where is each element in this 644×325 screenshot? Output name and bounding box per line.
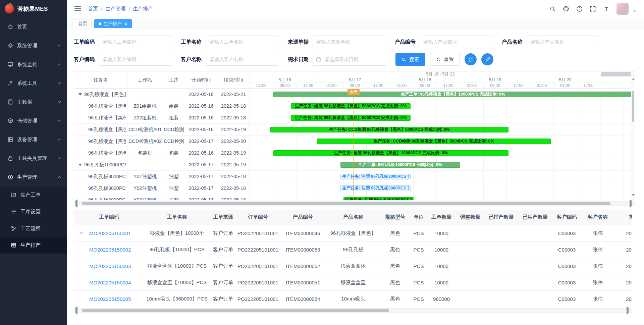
fullscreen-icon[interactable] — [590, 6, 596, 12]
breadcrumb-item[interactable]: 生产排产 — [133, 6, 153, 12]
sidebar-item-7[interactable]: 工装夹具管理 — [0, 149, 67, 168]
task-station-cell: Y02注塑机 — [127, 182, 163, 194]
sidebar-subitem-0[interactable]: 生产工单 — [0, 186, 67, 203]
work-order-link[interactable]: MO202205150003 — [89, 263, 131, 269]
edit-button[interactable] — [481, 53, 493, 65]
text-input[interactable] — [206, 53, 279, 66]
gantt-task-row[interactable]: 96孔孔板3000PCSY02注塑机注塑2022-05-172022-05-18 — [74, 182, 250, 194]
work-order-link[interactable]: MO202205150004 — [89, 280, 131, 285]
tab-0[interactable]: 首页 — [74, 19, 92, 28]
task-process-cell: 组装 — [163, 100, 185, 112]
gantt-bar[interactable]: 生产任务: 组装 96孔移液盒【黑色】5000PCS 完成比例: 0% — [291, 103, 411, 109]
scroll-left-arrow-icon[interactable] — [74, 201, 79, 207]
search-icon[interactable] — [549, 6, 556, 12]
avatar[interactable] — [616, 3, 629, 15]
collapse-caret-icon[interactable] — [78, 93, 82, 97]
help-icon[interactable]: ? — [576, 6, 583, 12]
text-input[interactable] — [420, 36, 493, 48]
gantt-bar[interactable]: 生产任务: CCD检测 96孔移液盒【黑色】5000PCS 完成比例: 0% — [317, 139, 551, 144]
gantt-vertical-scrollbar[interactable] — [631, 71, 635, 200]
gantt-task-row[interactable]: 96孔孔板3000PCSY01注塑机注塑2022-05-172022-05-18 — [74, 171, 250, 182]
gantt-task-row[interactable]: 96孔移液盒【黑色】10000PCS包装机包装2022-05-162022-05… — [74, 147, 250, 159]
orders-cell — [485, 225, 518, 241]
sidebar-item-2[interactable]: 系统监控 — [0, 55, 67, 74]
gantt-hscroll-track[interactable] — [79, 202, 630, 205]
sidebar-item-3[interactable]: 系统工具 — [0, 74, 67, 93]
logo[interactable]: 苦糖果MES — [0, 0, 67, 17]
gantt-hscroll-thumb[interactable] — [82, 202, 610, 205]
sidebar-item-5[interactable]: 仓储管理 — [0, 111, 67, 130]
task-start-cell: 2022-05-16 — [185, 124, 217, 135]
gantt-horizontal-scrollbar[interactable] — [74, 201, 635, 206]
scroll-left-arrow-icon[interactable] — [74, 308, 79, 314]
svg-text:?: ? — [579, 7, 581, 11]
sidebar-subitem-1[interactable]: 工序设置 — [0, 203, 67, 220]
orders-hscroll-thumb[interactable] — [82, 309, 388, 312]
gantt-task-row[interactable]: 96孔移液盒【黑色】5000PCSZ01组装机组装2022-05-162022-… — [74, 100, 250, 112]
tab-label: 首页 — [78, 21, 87, 27]
table-row[interactable]: MO20220515000296孔孔板【10000】PCS客户订单PO20220… — [74, 241, 632, 258]
work-order-link[interactable]: MO202205150001 — [89, 230, 131, 236]
sidebar-item-8[interactable]: 生产管理 — [0, 168, 67, 186]
table-row[interactable]: MO20220515000510mm吸头【960000】PCS客户订单PO202… — [74, 291, 632, 307]
table-row[interactable]: MO202205150004移液盒盒盖【10000】PCS客户订单PO20220… — [74, 274, 632, 291]
breadcrumb-item[interactable]: 首页 — [88, 6, 98, 12]
table-row[interactable]: MO202205150001移液盒【黑色】10000个客户订单PO2022051… — [74, 225, 632, 241]
work-order-link[interactable]: MO202205150002 — [89, 247, 131, 253]
input-wrap — [313, 36, 386, 48]
orders-cell: 客户订单 — [210, 291, 236, 307]
gantt-bar[interactable]: 生产工单: 96孔孔板10000PCS 完成比例: 0% — [340, 162, 460, 168]
sidebar-subitem-3[interactable]: 生产排产 — [0, 237, 67, 254]
scroll-down-arrow-icon[interactable] — [632, 196, 635, 199]
tab-1[interactable]: 生产排产× — [94, 19, 132, 28]
gantt-bar[interactable]: 生产任务: 组装 96孔移液盒【黑色】5000PCS 完成比例: 0% — [291, 115, 411, 121]
expand-row-icon[interactable] — [79, 231, 84, 236]
github-icon[interactable] — [563, 6, 569, 12]
filter-label: 工单名称 — [181, 39, 202, 46]
gantt-vscroll-thumb[interactable] — [632, 91, 634, 122]
font-size-icon[interactable]: T — [603, 6, 609, 12]
breadcrumb-item[interactable]: 生产管理 — [105, 6, 125, 12]
gantt-bar[interactable]: 生产工单: 96孔移液盒【黑色】10000PCS 完成比例: 0% — [273, 92, 631, 97]
orders-horizontal-scrollbar[interactable] — [74, 308, 632, 313]
text-input[interactable] — [527, 36, 600, 48]
orders-cell: MO202205150001 — [74, 225, 144, 241]
scroll-up-arrow-icon[interactable] — [632, 72, 635, 75]
reset-button[interactable]: 重置 — [430, 53, 460, 66]
close-icon[interactable]: × — [124, 21, 127, 26]
table-row[interactable]: MO202205150003移液盒盒体【10000】PCS客户订单PO20220… — [74, 258, 632, 274]
sidebar-item-4[interactable]: 主数据 — [0, 93, 67, 111]
hamburger-icon[interactable] — [74, 6, 81, 11]
gantt-bar[interactable]: 生产任务: 注塑 96孔孔板3000PCS 完成比例: 0% — [340, 174, 411, 179]
gantt-grid-header: 任务名工作站工序开始时间结束时间 — [74, 71, 250, 89]
chevron-down-icon[interactable] — [632, 9, 637, 13]
input-wrap — [420, 36, 493, 48]
work-order-link[interactable]: MO202205150005 — [89, 296, 131, 302]
sidebar-item-6[interactable]: 设备管理 — [0, 130, 67, 149]
collapse-caret-icon[interactable] — [78, 164, 82, 168]
search-button[interactable]: 搜索 — [395, 53, 425, 66]
scroll-right-arrow-icon[interactable] — [627, 308, 632, 314]
orders-cell — [456, 274, 485, 290]
gantt-task-row[interactable]: 96孔移液盒【黑色】5000PCSCCD检测机#02CCD检测2022-05-1… — [74, 136, 250, 147]
orders-hscroll-track[interactable] — [79, 309, 627, 312]
sidebar-item-1[interactable]: 系统管理 — [0, 36, 67, 55]
text-input[interactable] — [99, 53, 172, 66]
text-input[interactable] — [313, 36, 386, 48]
gantt-task-row[interactable]: 96孔孔板10000PCS2022-05-172022-05-19 — [74, 159, 250, 171]
gantt-bar[interactable]: 生产任务: 包装 96孔移液盒【黑色】10000PCS 完成比例: 0% — [273, 150, 508, 156]
text-input[interactable] — [99, 36, 172, 48]
gantt-task-row[interactable]: 96孔移液盒【黑色】5000PCSZ02组装机组装2022-05-162022-… — [74, 112, 250, 124]
orders-cell: 2022-05-20 — [614, 258, 632, 274]
sidebar-item-0[interactable]: 首页 — [0, 17, 67, 36]
gantt-task-row[interactable]: 96孔移液盒【黑色】10000PCS2022-05-162022-05-21 — [74, 89, 250, 100]
sidebar-subitem-2[interactable]: 工艺流程 — [0, 220, 67, 237]
gantt-task-row[interactable]: 96孔孔板3000PCSY03注塑机注塑2022-05-172022-05-18 — [74, 194, 250, 200]
gantt-bar[interactable]: 生产任务: 注塑 96孔孔板3000PCS 完成比例: 0% — [340, 185, 411, 191]
sync-button[interactable] — [465, 53, 477, 65]
text-input[interactable] — [206, 36, 279, 48]
date-input[interactable] — [313, 53, 386, 66]
gantt-task-row[interactable]: 96孔移液盒【黑色】5000PCSCCD检测机#01CCD检测2022-05-1… — [74, 124, 250, 136]
gantt-bar[interactable]: 生产任务: CCD检测 96孔移液盒【黑色】5000PCS 完成比例: 0% — [270, 127, 508, 132]
box-icon — [7, 118, 13, 124]
